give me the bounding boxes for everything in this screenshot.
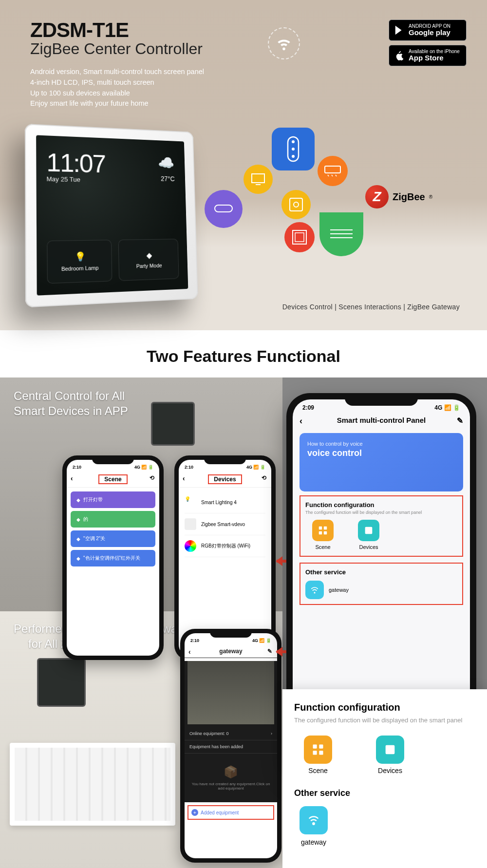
- scene-item[interactable]: ◆ "空调 2"关: [71, 530, 155, 547]
- svg-rect-7: [325, 166, 340, 173]
- svg-rect-22: [313, 751, 317, 755]
- hero-banner: ZDSM-T1E ZigBee Center Controller Androi…: [0, 0, 487, 330]
- wifi-icon: [268, 27, 300, 59]
- features-section: Central Control for All Smart Devices in…: [0, 377, 487, 868]
- svg-rect-24: [386, 745, 395, 755]
- google-play-icon: [394, 25, 405, 36]
- svg-point-6: [292, 155, 295, 158]
- voice-control-card[interactable]: How to control by voice voice control: [300, 433, 463, 491]
- online-equipment-row[interactable]: Online equipment: 0›: [185, 727, 277, 740]
- devices-button[interactable]: Devices: [358, 520, 379, 550]
- gateway-button[interactable]: gateway: [305, 581, 457, 599]
- bubble-ac-icon: [318, 156, 348, 186]
- caption-1: Central Control for All Smart Devices in…: [14, 388, 128, 418]
- callout-panel: Function configuration The configured fu…: [282, 689, 487, 868]
- bubble-dimmer-icon: [281, 190, 311, 219]
- svg-rect-15: [319, 527, 322, 529]
- added-equipment-header: Equipment has been added: [185, 740, 277, 754]
- settings-icon[interactable]: ⟲: [262, 474, 266, 481]
- callout-title: Function configuration: [294, 702, 475, 713]
- bubble-blinds-icon: [319, 212, 363, 256]
- svg-rect-11: [295, 233, 304, 242]
- svg-point-9: [294, 202, 299, 207]
- page-title: Smart multi-control Panel: [337, 416, 426, 424]
- section-title: Two Features Functional: [0, 330, 487, 377]
- svg-rect-21: [319, 745, 323, 749]
- other-service-title: Other service: [294, 788, 475, 798]
- google-play-badge[interactable]: ANDROID APP ONGoogle play: [389, 19, 467, 41]
- weather-icon: ☁️: [158, 154, 174, 171]
- callout-subtitle: The configured function will be displaye…: [294, 716, 475, 725]
- apple-icon: [394, 50, 405, 61]
- app-store-badge[interactable]: Available on the iPhoneApp Store: [389, 45, 467, 66]
- tile-party-mode[interactable]: ◆Party Mode: [118, 239, 179, 281]
- bubble-curtain-icon: [205, 190, 243, 228]
- category-bubbles: ZZigBee®: [205, 127, 429, 283]
- settings-icon[interactable]: ⟲: [150, 474, 154, 481]
- device-item[interactable]: RGB灯带控制器 (WiFi): [185, 535, 265, 557]
- product-device: 11:07 May 25 Tue ☁️ 27°C 💡Bedroom Lamp ◆…: [25, 124, 198, 307]
- wall-panel: [151, 402, 195, 446]
- phone-gateway: 2:104G 📶 🔋 ‹gateway✎ Online equipment: 0…: [180, 629, 281, 863]
- device-item[interactable]: 💡Smart Lighting 4: [185, 491, 265, 513]
- wall-panel-2: [37, 658, 86, 707]
- temperature: 27°C: [161, 175, 175, 183]
- svg-point-5: [292, 148, 295, 151]
- svg-rect-17: [319, 531, 322, 534]
- gateway-title: gateway: [219, 648, 242, 655]
- scene-button[interactable]: Scene: [312, 520, 334, 550]
- device-item[interactable]: Zigbee Smart-vdevo: [185, 513, 265, 535]
- zigbee-logo: ZZigBee®: [365, 185, 432, 208]
- tab-devices[interactable]: Devices: [208, 474, 242, 484]
- svg-point-25: [313, 823, 315, 825]
- edit-icon[interactable]: ✎: [457, 416, 463, 425]
- tile-bedroom-lamp[interactable]: 💡Bedroom Lamp: [47, 240, 112, 283]
- room-thumbnail: [187, 661, 274, 724]
- scene-button[interactable]: Scene: [304, 736, 332, 774]
- devices-button[interactable]: Devices: [376, 736, 404, 774]
- add-equipment-button[interactable]: +Added equipment: [187, 805, 274, 820]
- hero-tagline: Devices Control | Scenes Interactions | …: [282, 303, 460, 311]
- svg-rect-0: [215, 205, 232, 212]
- svg-rect-23: [319, 751, 323, 755]
- svg-rect-8: [290, 198, 302, 211]
- tab-scene[interactable]: Scene: [98, 474, 127, 484]
- scene-item[interactable]: ◆ 的: [71, 511, 155, 528]
- function-config-block: Function configuration The configured fu…: [300, 495, 463, 557]
- svg-rect-18: [324, 531, 327, 534]
- empty-icon: 📦: [191, 765, 270, 779]
- back-icon[interactable]: ‹: [300, 416, 302, 426]
- phone-scene: 2:104G 📶 🔋 ‹Scene⟲ ◆ 打开灯带 ◆ 的 ◆ "空调 2"关 …: [62, 455, 164, 660]
- svg-point-4: [292, 140, 295, 143]
- bubble-monitor-icon: [244, 165, 273, 194]
- back-icon[interactable]: ‹: [71, 474, 73, 482]
- gateway-button[interactable]: gateway: [294, 806, 333, 846]
- scene-item[interactable]: ◆ "色计量空调伴侣"红外开关: [71, 550, 155, 566]
- clock-time: 11:07: [46, 148, 176, 180]
- svg-rect-16: [324, 527, 327, 529]
- other-service-block: Other service gateway: [300, 563, 463, 605]
- svg-rect-20: [313, 745, 317, 749]
- svg-rect-19: [365, 527, 373, 534]
- bubble-switch-icon: [272, 128, 315, 170]
- bubble-panel-icon: [284, 222, 315, 252]
- product-specs: Android version, Smart multi-control tou…: [30, 67, 457, 109]
- svg-rect-10: [293, 230, 306, 244]
- radiator: [10, 743, 175, 826]
- scene-item[interactable]: ◆ 打开灯带: [71, 491, 155, 508]
- back-icon[interactable]: ‹: [183, 474, 185, 482]
- svg-rect-1: [252, 174, 264, 183]
- back-icon[interactable]: ‹: [188, 648, 191, 656]
